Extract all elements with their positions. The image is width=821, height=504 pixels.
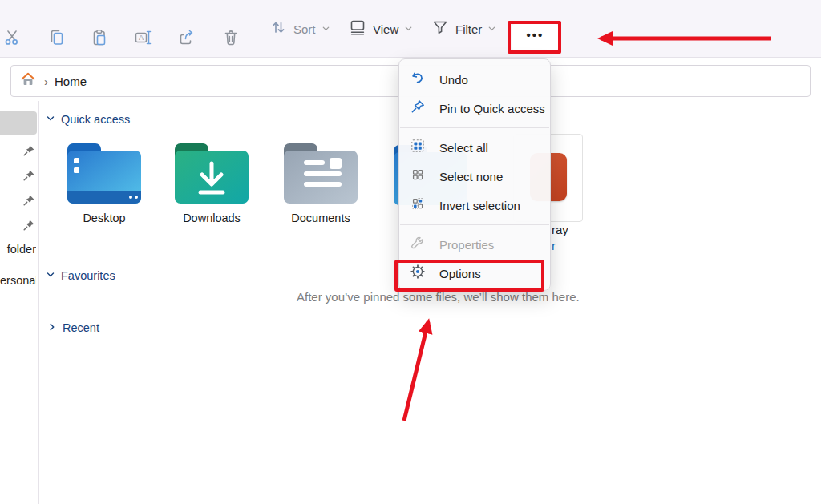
section-header-quick-access[interactable]: Quick access [46,112,130,127]
menu-item-select-all[interactable]: Select all [399,133,550,162]
cut-button[interactable] [0,24,26,51]
tile-label: Downloads [167,212,257,224]
menu-item-label: Properties [439,238,494,252]
tile-label: Desktop [59,212,149,224]
sort-icon [269,18,288,40]
tile-label: Documents [276,212,366,224]
rename-button[interactable]: A [129,24,156,51]
menu-item-pin-to-quick-access[interactable]: Pin to Quick access [399,94,550,123]
navigation-sidebar: folder ersonal [0,101,39,504]
sort-dropdown[interactable]: Sort [269,0,330,58]
wrench-icon [410,235,426,254]
annotation-box-see-more [508,21,561,54]
copy-button[interactable] [42,24,70,51]
menu-item-select-none[interactable]: Select none [399,162,550,191]
pin-icon [22,169,35,182]
tile-documents[interactable]: Documents [276,141,366,224]
share-button[interactable] [172,24,200,51]
folder-desktop-icon [65,194,144,208]
file-label-fragment: ray [552,223,568,236]
chevron-down-icon [322,22,330,36]
tile-desktop[interactable]: Desktop [59,141,149,224]
chevron-down-icon [46,268,55,283]
chevron-right-icon [47,321,57,335]
see-more-context-menu: Undo Pin to Quick access Select all [398,58,551,291]
sidebar-item-personal[interactable]: ersonal [0,274,36,287]
undo-icon [410,70,426,89]
filter-icon [431,18,450,40]
chevron-down-icon [46,112,55,127]
paste-button[interactable] [86,24,113,51]
view-icon [348,18,367,40]
command-toolbar: A Sort [0,0,821,58]
menu-item-label: Invert selection [439,199,520,212]
view-label: View [373,22,398,36]
section-header-favourites[interactable]: Favourites [46,268,115,283]
filter-dropdown[interactable]: Filter [431,0,496,58]
menu-separator [400,224,549,225]
menu-item-label: Undo [439,73,468,87]
section-title: Recent [63,321,99,334]
select-all-icon [410,138,426,157]
sidebar-item-pinned[interactable] [22,144,35,157]
tile-downloads[interactable]: Downloads [167,141,257,224]
pin-icon [22,219,35,232]
breadcrumb[interactable]: Home [55,75,87,88]
section-title: Quick access [61,113,130,126]
delete-button[interactable] [217,24,245,51]
sidebar-item-pinned[interactable] [22,219,35,232]
favourites-empty-hint: After you’ve pinned some files, we’ll sh… [297,290,580,304]
filter-label: Filter [455,22,482,36]
menu-item-invert-selection[interactable]: Invert selection [399,191,550,220]
pin-icon [410,99,426,118]
file-explorer-window: A Sort [0,0,821,504]
invert-selection-icon [410,196,426,215]
sort-label: Sort [293,22,316,36]
menu-item-undo[interactable]: Undo [399,65,550,94]
chevron-down-icon [487,22,496,36]
sidebar-item-pinned[interactable] [22,169,35,182]
menu-item-label: Select all [439,141,488,155]
sidebar-item-selected[interactable] [0,111,37,135]
pin-icon [22,144,35,157]
section-title: Favourites [61,269,115,282]
menu-item-properties: Properties [399,230,550,259]
view-dropdown[interactable]: View [348,0,413,58]
sidebar-item-pinned[interactable] [22,194,35,207]
select-none-icon [410,167,426,186]
annotation-box-options [394,260,544,292]
toolbar-divider [253,22,253,51]
file-sublabel-fragment: r [552,239,556,252]
home-icon [20,71,36,91]
sidebar-item-folder[interactable]: folder [0,243,36,256]
menu-item-label: Select none [439,170,503,183]
menu-separator [400,127,549,128]
folder-downloads-icon [172,194,251,208]
pin-icon [22,194,35,207]
folder-documents-icon [281,194,360,208]
svg-text:A: A [139,34,144,42]
chevron-down-icon [404,22,413,36]
breadcrumb-separator: › [44,75,48,88]
section-header-recent[interactable]: Recent [47,321,99,335]
menu-item-label: Pin to Quick access [439,102,545,115]
